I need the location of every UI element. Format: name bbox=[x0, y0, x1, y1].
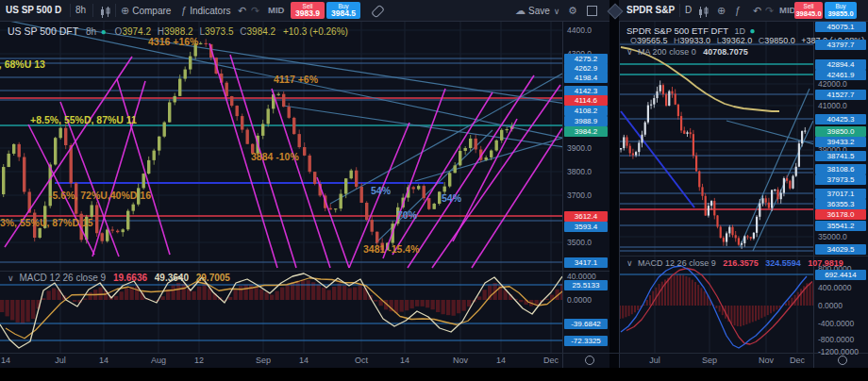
indicators-button[interactable]: ƒIndicators bbox=[181, 0, 230, 21]
sell-label: Sell bbox=[804, 3, 814, 9]
buy-button-left[interactable]: Buy 3984.5 bbox=[326, 2, 360, 19]
mid-label-left: MID bbox=[268, 0, 284, 21]
legend-left[interactable]: US SP 500 DFT 8h ● O3974.2 H3988.2 L3973… bbox=[8, 25, 348, 37]
axis-separator-left bbox=[562, 21, 563, 368]
macd-title: MACD 12 26 close 9 bbox=[19, 273, 106, 283]
chevron-down-icon: ∨ bbox=[626, 47, 633, 57]
macd-line-value: 49.3640 bbox=[155, 273, 189, 283]
buy-button-right[interactable]: Buy 39855.0 bbox=[825, 2, 857, 19]
chevron-down-icon: ∨ bbox=[554, 7, 560, 16]
chevron-down-icon: ∨ bbox=[626, 258, 633, 268]
open-value: 39565.5 bbox=[637, 36, 668, 45]
macd-line-value: 324.5594 bbox=[765, 258, 801, 268]
change-value: +10.3 (+0.26%) bbox=[283, 26, 348, 37]
macd-signal-value: 29.7005 bbox=[196, 273, 230, 283]
symbol-title: US SP 500 DFT bbox=[8, 25, 78, 37]
macd-title: MACD 12 26 close 9 bbox=[638, 258, 716, 268]
compare-plus-icon: ⊕ bbox=[121, 5, 129, 16]
high-value: 39933.0 bbox=[680, 36, 711, 45]
redo-button[interactable]: ↷ bbox=[251, 0, 262, 21]
indicators-fx-icon: ƒ bbox=[181, 5, 187, 16]
close-value: 3984.2 bbox=[247, 26, 276, 37]
interval-button-left[interactable]: 8h bbox=[75, 0, 86, 21]
settings-button[interactable]: ⚙ bbox=[568, 0, 580, 21]
status-dot-icon: ● bbox=[750, 25, 756, 36]
close-value: 39850.0 bbox=[764, 36, 795, 45]
high-value: 3988.2 bbox=[164, 26, 193, 37]
symbol-button-right[interactable]: SPDR S&P 5 bbox=[626, 0, 676, 21]
panel-divider[interactable] bbox=[609, 0, 619, 368]
clock-icon[interactable] bbox=[585, 356, 594, 365]
save-button[interactable]: ☁Save∨ bbox=[515, 0, 562, 21]
sell-price: 39845.0 bbox=[795, 9, 821, 18]
buy-price: 39855.0 bbox=[827, 9, 853, 18]
pane-separator-right[interactable] bbox=[619, 256, 868, 257]
macd-signal-value: 107.9819 bbox=[808, 258, 843, 268]
cloud-icon: ☁ bbox=[515, 5, 526, 16]
price-axis-right[interactable] bbox=[813, 21, 868, 353]
time-axis-separator bbox=[0, 353, 868, 354]
panel-border-right bbox=[619, 21, 620, 368]
symbol-title: SPDR S&P 500 ETF DFT bbox=[626, 25, 728, 36]
bottom-strip bbox=[0, 368, 868, 381]
price-axis-left[interactable] bbox=[562, 21, 609, 353]
buy-label: Buy bbox=[835, 3, 845, 9]
chart-canvas-right[interactable] bbox=[619, 21, 813, 353]
chevron-down-icon: ∨ bbox=[8, 273, 14, 283]
fullscreen-icon[interactable] bbox=[587, 6, 597, 16]
change-value: +387.0 (+0.98%) bbox=[801, 36, 864, 45]
candle-style-icon-right[interactable] bbox=[698, 5, 709, 22]
ma-title: MA 200 close 0 bbox=[638, 47, 696, 57]
low-value: 39362.0 bbox=[722, 36, 753, 45]
chart-canvas-left[interactable] bbox=[0, 21, 562, 353]
compare-button[interactable]: ⊕Compare bbox=[121, 0, 171, 21]
ma-value: 40708.7075 bbox=[703, 47, 748, 57]
trading-terminal: US SP 500 D 8h ⊕Compare ƒIndicators ↶ ↷ … bbox=[0, 0, 868, 381]
sell-button-right[interactable]: Sell 39845.0 bbox=[794, 2, 823, 19]
link-icon[interactable] bbox=[371, 5, 385, 19]
undo-button-right[interactable]: ↶ bbox=[753, 0, 764, 21]
redo-icon: ↷ bbox=[251, 5, 259, 16]
redo-icon: ↷ bbox=[765, 5, 774, 16]
indicators-fx-icon: ƒ bbox=[735, 5, 741, 16]
mid-label-right: MID bbox=[779, 0, 795, 21]
compare-plus-icon: ⊕ bbox=[717, 5, 726, 16]
top-toolbar: US SP 500 D 8h ⊕Compare ƒIndicators ↶ ↷ … bbox=[0, 0, 868, 22]
undo-icon: ↶ bbox=[753, 5, 761, 16]
low-value: 3973.5 bbox=[205, 26, 234, 37]
open-value: 3974.2 bbox=[122, 26, 151, 37]
time-axis-left[interactable] bbox=[0, 353, 609, 368]
macd-legend-right[interactable]: ∨ MACD 12 26 close 9 216.3575 324.5594 1… bbox=[626, 258, 843, 268]
interval-label: 1D bbox=[735, 26, 746, 36]
axis-separator-right bbox=[813, 21, 814, 368]
sell-button-left[interactable]: Sell 3983.9 bbox=[291, 2, 325, 19]
undo-button[interactable]: ↶ bbox=[238, 0, 249, 21]
time-axis-right[interactable] bbox=[619, 353, 868, 368]
macd-hist-value: 216.3575 bbox=[723, 258, 759, 268]
pane-separator-left[interactable] bbox=[0, 271, 609, 272]
gear-icon: ⚙ bbox=[568, 5, 577, 16]
sell-price: 3983.9 bbox=[295, 9, 320, 18]
status-dot-icon: ● bbox=[101, 26, 107, 37]
undo-icon: ↶ bbox=[238, 5, 246, 16]
candle-style-icon[interactable] bbox=[100, 5, 111, 22]
legend-right[interactable]: SPDR S&P 500 ETF DFT 1D ● O39565.5 H3993… bbox=[626, 25, 864, 45]
macd-hist-value: 19.6636 bbox=[113, 273, 147, 283]
interval-button-right[interactable]: D bbox=[685, 0, 692, 21]
buy-price: 3984.5 bbox=[331, 9, 356, 18]
macd-legend-left[interactable]: ∨ MACD 12 26 close 9 19.6636 49.3640 29.… bbox=[8, 273, 230, 283]
clock-icon[interactable] bbox=[838, 356, 847, 365]
compare-button-right[interactable]: ⊕ bbox=[717, 0, 728, 21]
interval-label: 8h bbox=[86, 26, 96, 37]
indicators-button-right[interactable]: ƒ bbox=[735, 0, 743, 21]
ma-legend[interactable]: ∨ MA 200 close 0 40708.7075 bbox=[626, 47, 748, 57]
symbol-button-left[interactable]: US SP 500 D bbox=[6, 0, 61, 21]
redo-button-right[interactable]: ↷ bbox=[765, 0, 776, 21]
